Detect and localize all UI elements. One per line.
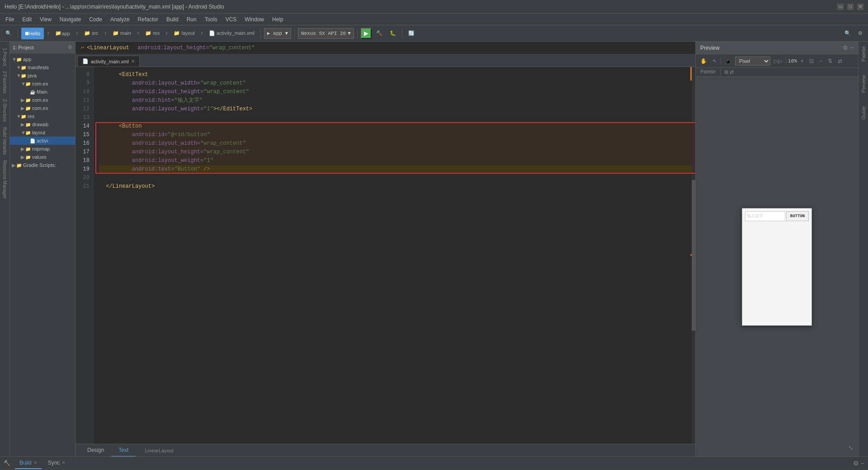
tree-item-layout[interactable]: ▼ 📁 layout: [10, 128, 75, 137]
menu-run[interactable]: Run: [183, 15, 200, 24]
tree-item-activity-main[interactable]: 📄 activi: [10, 137, 75, 145]
preview-device-btn[interactable]: 📱: [723, 57, 733, 65]
tree-item-manifests[interactable]: ▼ 📁 manifests: [10, 63, 75, 71]
preview-chevron-btn[interactable]: ▷▷: [772, 57, 784, 65]
tree-label-main: Main: [37, 89, 47, 95]
fold-marker-18: [99, 157, 102, 165]
menu-vcs[interactable]: VCS: [222, 15, 241, 24]
build-tab-build[interactable]: Build ✕: [15, 457, 42, 469]
breadcrumb-linearlayout: <LinearLayout: [87, 45, 129, 51]
toolbar-res-btn[interactable]: 📁 res: [142, 28, 162, 39]
right-edge-palette-tab[interactable]: Palette: [861, 46, 866, 62]
sync-tab-close[interactable]: ✕: [61, 460, 65, 465]
left-edge-resource-tab[interactable]: Resource Manager: [1, 158, 8, 200]
search-everywhere-button[interactable]: 🔍: [842, 28, 854, 39]
toolbar-activity-btn[interactable]: 📄 activity_main.xml: [206, 28, 257, 39]
device-edittext: 输入文字: [745, 211, 785, 221]
preview-minimize-btn[interactable]: −: [850, 44, 854, 51]
menu-navigate[interactable]: Navigate: [56, 15, 85, 24]
toolbar-src-btn[interactable]: 📁 src: [81, 28, 101, 39]
settings-button[interactable]: ⚙: [855, 28, 865, 39]
zoom-in-btn[interactable]: +: [799, 57, 806, 65]
device-dropdown[interactable]: Nexus 5X API 26 ▼: [298, 28, 354, 39]
code-content[interactable]: <EditText android:layout_width="wrap_con…: [94, 67, 695, 444]
debug-button[interactable]: 🐛: [387, 28, 399, 39]
preview-portrait-btn[interactable]: ⇅: [826, 57, 834, 65]
tree-label-manifests: manifests: [28, 65, 49, 70]
tree-item-gradle[interactable]: ▶ 📁 Gradle Scripts:: [10, 161, 75, 169]
pixel-dropdown[interactable]: Pixel Nexus 5X: [735, 57, 770, 66]
tree-item-drawable[interactable]: ▶ 📁 drawab: [10, 120, 75, 128]
preview-hand-btn[interactable]: ✋: [698, 57, 709, 65]
preview-landscape-btn[interactable]: ⇄: [836, 57, 844, 65]
right-edge-guide-tab[interactable]: Guide: [861, 106, 866, 119]
vertical-scrollbar[interactable]: [692, 67, 695, 444]
toolbar-main-btn[interactable]: 📁 main: [110, 28, 134, 39]
scrollbar-thumb[interactable]: [692, 180, 695, 331]
preview-selector-btn[interactable]: ↖: [711, 57, 719, 65]
app-module-dropdown[interactable]: ▶ app ▼: [264, 28, 291, 39]
sync-button[interactable]: 🔄: [406, 28, 417, 39]
code-text-val: "Button": [174, 165, 200, 174]
tree-item-comex1[interactable]: ▼ 📁 com.ex: [10, 80, 75, 88]
tree-item-app[interactable]: ▼ 📁 app: [10, 55, 75, 63]
preview-settings-btn[interactable]: ⚙: [843, 44, 848, 51]
tree-item-values[interactable]: ▶ 📁 values: [10, 153, 75, 161]
tree-item-comex3[interactable]: ▶ 📁 com.ex: [10, 104, 75, 112]
build-panel-tools: ⚙ −: [853, 460, 864, 467]
tab-activity-main[interactable]: 📄 activity_main.xml ✕: [77, 56, 140, 66]
menu-edit[interactable]: Edit: [19, 15, 35, 24]
build-settings-btn[interactable]: ⚙: [853, 460, 859, 467]
resize-handle[interactable]: ⤡: [848, 444, 854, 452]
line-num-21: 21: [75, 182, 90, 191]
line-num-12: 12: [75, 105, 90, 114]
menu-help[interactable]: Help: [269, 15, 287, 24]
menu-build[interactable]: Build: [163, 15, 182, 24]
toolbar-search-btn[interactable]: 🔍: [3, 28, 14, 39]
zoom-out-btn[interactable]: −: [817, 57, 824, 65]
folder-icon-comex1: 📁: [25, 81, 31, 86]
tree-item-java[interactable]: ▼ 📁 java: [10, 71, 75, 80]
right-edge-preview-tab[interactable]: Preview: [861, 75, 866, 93]
code-editor[interactable]: 8 9 10 11 12 13 14 15 16 17 18 19 20 21: [75, 67, 695, 444]
tree-item-comex2[interactable]: ▶ 📁 com.ex: [10, 96, 75, 104]
layout-grid-btn[interactable]: ⊞ ⇄: [721, 68, 737, 76]
menu-code[interactable]: Code: [85, 15, 106, 24]
build-tab-close[interactable]: ✕: [33, 460, 37, 465]
menu-window[interactable]: Window: [241, 15, 268, 24]
breadcrumb-attr: android:layout_height=: [131, 45, 209, 51]
preview-title: Preview: [700, 45, 720, 51]
tab-close-icon[interactable]: ✕: [131, 59, 135, 64]
toolbar-arrow3: ›: [104, 30, 107, 37]
build-minimize-btn[interactable]: −: [861, 460, 864, 467]
left-edge-project-tab[interactable]: 1:Project: [1, 46, 8, 67]
zoom-fit-btn[interactable]: ⊡: [807, 57, 816, 65]
breadcrumb-val: "wrap_content": [209, 45, 255, 51]
toolbar-app-btn[interactable]: 📁 app: [52, 28, 72, 39]
menu-tools[interactable]: Tools: [201, 15, 221, 24]
tab-text[interactable]: Text: [111, 444, 136, 457]
menu-refactor[interactable]: Refactor: [134, 15, 162, 24]
palette-tab[interactable]: Palette: [696, 68, 720, 76]
build-button[interactable]: 🔨: [373, 28, 385, 39]
menu-analyze[interactable]: Analyze: [107, 15, 133, 24]
build-tab-sync[interactable]: Sync ✕: [43, 457, 70, 469]
tree-item-main[interactable]: ☕ Main: [10, 88, 75, 96]
run-button[interactable]: ▶: [361, 28, 372, 39]
close-button[interactable]: ✕: [857, 4, 863, 10]
toolbar-layout-btn[interactable]: 📁 layout: [171, 28, 197, 39]
left-edge-buildvariants-tab[interactable]: Build Variants: [1, 125, 8, 157]
tree-arrow-res: ▼: [16, 114, 21, 119]
menu-view[interactable]: View: [36, 15, 55, 24]
tree-item-mipmap[interactable]: ▶ 📁 mipmap: [10, 145, 75, 153]
project-panel-settings-icon[interactable]: ⚙: [68, 44, 72, 50]
left-edge-favorites-tab[interactable]: 2:Favorites: [1, 69, 8, 95]
toolbar-project-btn[interactable]: ◼ Hello: [21, 28, 44, 39]
left-edge-structure-tab[interactable]: Z-Structure: [1, 97, 8, 123]
maximize-button[interactable]: □: [847, 4, 854, 10]
minimize-button[interactable]: —: [837, 4, 844, 10]
menu-file[interactable]: File: [2, 15, 18, 24]
tab-design[interactable]: Design: [80, 444, 111, 457]
tree-label-comex1: com.ex: [32, 81, 48, 86]
tree-item-res[interactable]: ▼ 📁 res: [10, 112, 75, 120]
